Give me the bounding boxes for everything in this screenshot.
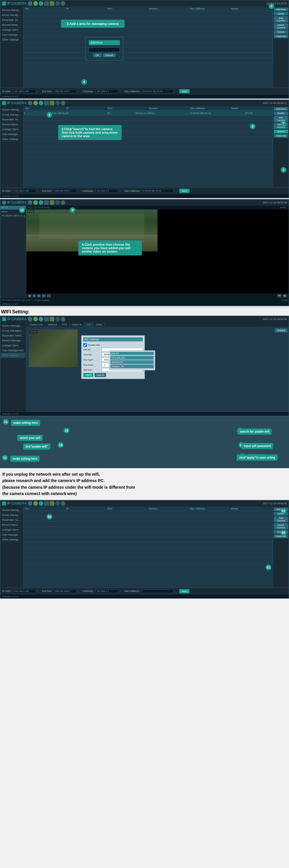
toolbar-icon-5[interactable] xyxy=(50,1,54,6)
s5-other[interactable]: Other Settings xyxy=(1,537,23,542)
sidebar-group-management[interactable]: Group Management xyxy=(1,13,23,18)
tree-camera[interactable]: IPC#8(192.168.3.10...) xyxy=(0,214,26,218)
sidebar-device-management[interactable]: Device Management xyxy=(1,8,23,13)
tab-other[interactable]: Other xyxy=(94,322,105,327)
s5-group[interactable]: Group Management xyxy=(1,513,23,518)
b2-ip-input[interactable] xyxy=(13,189,36,193)
t5-icon4[interactable] xyxy=(44,501,49,506)
sidebar-user-management[interactable]: User Management xyxy=(1,32,23,37)
ws-param[interactable]: Parameter Settings xyxy=(1,333,26,338)
r2-search[interactable]: Search xyxy=(274,130,288,133)
ctrl-fullscreen[interactable]: ⛶ xyxy=(47,294,51,298)
b2-gw-input[interactable] xyxy=(95,189,118,193)
t3-icon4[interactable] xyxy=(44,200,49,205)
ctrl-record[interactable]: ⏺ xyxy=(283,294,287,298)
ws-record[interactable]: Record Management xyxy=(1,338,26,343)
dialog-cancel-btn[interactable]: Cancel xyxy=(103,53,116,57)
enable-wifi-checkbox[interactable] xyxy=(83,343,87,347)
tab-ptz[interactable]: PTZ xyxy=(60,322,70,327)
t2-icon6[interactable] xyxy=(55,101,60,105)
t4-icon7[interactable] xyxy=(61,317,65,321)
tab-alarm[interactable]: Alarm In xyxy=(70,322,84,327)
mac-input[interactable] xyxy=(142,89,173,93)
s5-device[interactable]: Device Management xyxy=(1,508,23,513)
s2-device[interactable]: Device Management xyxy=(1,107,23,112)
r2-addarea[interactable]: Add Area xyxy=(274,107,288,111)
s5-alarm[interactable]: Linkage Alarm xyxy=(1,527,23,532)
s2-user[interactable]: User Management xyxy=(1,132,23,137)
ctrl-stop[interactable]: ■ xyxy=(33,294,36,298)
s2-other[interactable]: Other Settings xyxy=(1,137,23,142)
toolbar-icon-1[interactable] xyxy=(28,1,32,6)
t2-icon7[interactable] xyxy=(61,101,65,105)
right-btn-addcamera[interactable]: Add Camera xyxy=(274,16,288,23)
tab-wifi[interactable]: Wifi xyxy=(84,322,94,327)
t3-icon1[interactable] xyxy=(28,200,32,205)
s5-record[interactable]: Record Management xyxy=(1,523,23,527)
t2-icon2[interactable] xyxy=(33,101,38,105)
sidebar-other-settings[interactable]: Other Settings xyxy=(1,37,23,42)
default-btn[interactable]: Default xyxy=(275,329,288,333)
t4-icon3[interactable] xyxy=(39,317,43,321)
toolbar-icon-4[interactable] xyxy=(44,1,49,6)
t2-icon5[interactable] xyxy=(50,101,54,105)
tab-network[interactable]: Network xyxy=(45,322,60,327)
sidebar-linkage-alarm[interactable]: Linkage Alarm xyxy=(1,28,23,32)
ws-device[interactable]: Device Management xyxy=(1,323,26,329)
ws-group[interactable]: Group Management xyxy=(1,329,26,333)
r2-delete[interactable]: Delete xyxy=(274,112,288,115)
b5-gw-input[interactable] xyxy=(95,589,118,593)
right-btn-search[interactable]: Search xyxy=(274,30,288,34)
right-btn-delcamera[interactable]: Delete Camera xyxy=(274,23,288,30)
ip-input[interactable] xyxy=(13,89,36,93)
ws-user[interactable]: User Management xyxy=(1,348,26,353)
s2-param[interactable]: Parameter Settings xyxy=(1,117,23,122)
ssid-item3[interactable]: Netgear_5G xyxy=(110,365,154,368)
t2-icon1[interactable] xyxy=(28,101,32,105)
t4-icon6[interactable] xyxy=(55,317,60,321)
t2-icon4[interactable] xyxy=(44,101,49,105)
t4-icon2[interactable] xyxy=(33,317,38,321)
ctrl-grid4[interactable]: ⊟ xyxy=(42,294,46,298)
s2-group[interactable]: Group Management xyxy=(1,112,23,117)
apply-btn2[interactable]: Apply xyxy=(179,189,190,193)
s2-alarm[interactable]: Linkage Alarm xyxy=(1,127,23,132)
b5-mac-input[interactable] xyxy=(142,589,173,593)
ctrl-snapshot[interactable]: 📷 xyxy=(277,294,282,298)
ssid-item2[interactable]: MyNetwork xyxy=(110,360,154,364)
t5-icon7[interactable] xyxy=(61,501,65,506)
t2-icon3[interactable] xyxy=(39,101,43,105)
t5-icon3[interactable] xyxy=(39,501,43,506)
t5-icon6[interactable] xyxy=(55,501,60,506)
wifi-search-btn[interactable]: Search xyxy=(95,373,106,377)
toolbar-icon-6[interactable] xyxy=(55,1,60,6)
r2-addcam[interactable]: Add Camera xyxy=(274,116,288,122)
toolbar-icon-3[interactable] xyxy=(39,1,43,6)
apply-btn5[interactable]: Apply xyxy=(179,589,190,593)
right-btn-addarea[interactable]: Add Area xyxy=(274,7,288,11)
s2-record[interactable]: Record Management xyxy=(1,122,23,127)
s5-user[interactable]: User Management xyxy=(1,532,23,537)
toolbar-icon-2[interactable] xyxy=(33,1,38,6)
t4-icon4[interactable] xyxy=(44,317,49,321)
ctrl-grid1[interactable]: ⊞ xyxy=(37,294,41,298)
area-name-input[interactable] xyxy=(89,48,120,52)
right-btn-delete[interactable]: Delete xyxy=(274,12,288,16)
sidebar-record-management[interactable]: Record Management xyxy=(1,23,23,28)
tab-device[interactable]: Device Info xyxy=(28,322,45,327)
right-btn-selectall[interactable]: Select All xyxy=(274,34,288,38)
ws-alarm[interactable]: Linkage Alarm xyxy=(1,343,26,348)
wifi-apply-btn[interactable]: Apply xyxy=(83,373,93,377)
b2-subnet-input[interactable] xyxy=(54,189,77,193)
t5-icon2[interactable] xyxy=(33,501,38,506)
apply-btn1[interactable]: Apply xyxy=(179,89,190,93)
dialog-ok-btn[interactable]: OK xyxy=(93,53,102,57)
b5-ip-input[interactable] xyxy=(13,589,36,593)
t3-icon3[interactable] xyxy=(39,200,43,205)
r5-delcam[interactable]: Delete Camera xyxy=(274,523,288,529)
r2-selectall[interactable]: Select All xyxy=(274,134,288,138)
toolbar-icon-7[interactable] xyxy=(61,1,65,6)
ssid-item1[interactable]: TP-LINK_001 xyxy=(110,356,154,360)
gateway-input[interactable] xyxy=(95,89,118,93)
r5-selectall[interactable]: Select All xyxy=(274,534,288,538)
